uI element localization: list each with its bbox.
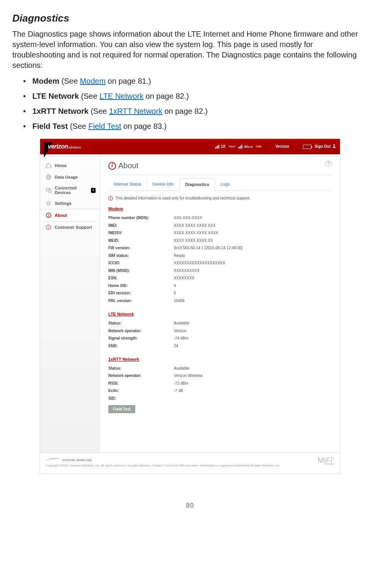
kv-row: Status:Available <box>108 319 331 327</box>
device-count-badge: 1 <box>91 188 96 193</box>
kv-row: ICCID:XXXXXXXXXXXXXXXXXXXX <box>108 259 331 267</box>
list-bold: Field Test <box>32 122 68 130</box>
signal-bars-icon <box>215 145 219 149</box>
kv-row: RSSI:-72 dBm <box>108 380 331 387</box>
tab-device-info[interactable]: Device Info <box>147 178 180 191</box>
xref-link[interactable]: Field Test <box>88 122 121 130</box>
svg-line-12 <box>50 201 51 202</box>
main-area: Home Data Usage Connected Devices 1 Sett… <box>40 154 340 453</box>
tabs: Internet Status Device Info Diagnostics … <box>108 178 331 191</box>
rtt-section: 1xRTT Network Status:AvailableNetwork op… <box>108 357 331 402</box>
section-heading-rtt: 1xRTT Network <box>108 357 331 362</box>
footer: NOVATEL WIRELESS. Copyright ©2015. Novat… <box>40 453 340 473</box>
sidebar-item-about[interactable]: i About <box>40 209 99 221</box>
footer-copy: Copyright ©2015. Novatel Wireless, Inc. … <box>45 464 280 468</box>
kv-row: Signal strength:-74 dBm <box>108 335 331 342</box>
tab-diagnostics[interactable]: Diagnostics <box>180 178 215 191</box>
xref-link[interactable]: Modem <box>80 77 106 85</box>
kv-key: MIN (MSID): <box>108 268 174 274</box>
kv-value: 5 <box>174 291 176 296</box>
sign-out-link[interactable]: Sign Out <box>314 144 336 149</box>
field-test-button[interactable]: Field Test <box>108 405 135 413</box>
home-icon <box>45 162 52 169</box>
logo-sub: wireless <box>69 145 81 150</box>
xref-link[interactable]: 1xRTT Network <box>109 107 162 115</box>
sidebar-item-label: About <box>55 213 67 218</box>
mifi-logo: MiFi® Powered <box>318 457 335 465</box>
info-icon: i <box>108 196 113 201</box>
kv-key: Network operator: <box>108 373 174 378</box>
globe-icon <box>45 174 52 180</box>
kv-value: XXXXXXXXXX <box>174 268 200 274</box>
lte-section: LTE Network Status:AvailableNetwork oper… <box>108 311 331 350</box>
modem-section: Modem Phone number (MDN):XXX-XXX-XXXXIME… <box>108 206 331 304</box>
svg-line-9 <box>47 201 47 202</box>
kv-key: MEID: <box>108 238 174 243</box>
sidebar-item-label: Connected Devices <box>55 186 88 195</box>
section-list: Modem (See Modem on page 81.) LTE Networ… <box>12 76 368 132</box>
sidebar: Home Data Usage Connected Devices 1 Sett… <box>40 154 100 453</box>
kv-key: Status: <box>108 321 174 326</box>
kv-key: Home SID: <box>108 283 174 289</box>
data-signal: 4GLTE <box>238 144 253 149</box>
kv-key: SID: <box>108 396 174 401</box>
kv-row: SNR:24 <box>108 342 331 350</box>
kv-row: Phone number (MDN):XXX-XXX-XXXX <box>108 214 331 222</box>
list-mid: (See <box>59 77 80 85</box>
list-mid: (See <box>79 92 99 100</box>
sidebar-item-home[interactable]: Home <box>40 160 99 171</box>
kv-key: Phone number (MDN): <box>108 215 174 221</box>
kv-value: XXXX XXXX XXXX XXXX <box>174 230 218 236</box>
svg-line-11 <box>47 205 47 206</box>
tab-internet-status[interactable]: Internet Status <box>108 178 147 191</box>
kv-value: XXX-XXX-XXXX <box>174 215 202 221</box>
net-tag: 4GLTE <box>244 144 253 149</box>
person-icon <box>332 144 336 149</box>
kv-row: Ec/Io:-7 dB <box>108 387 331 395</box>
content-pane: ? i About Internet Status Device Info Di… <box>100 154 340 453</box>
xref-link[interactable]: LTE Network <box>99 92 143 100</box>
kv-key: SIM status: <box>108 253 174 259</box>
sidebar-item-customer-support[interactable]: ? Customer Support <box>40 221 99 233</box>
kv-row: MEID:XXXX XXXX XXXX XX <box>108 237 331 245</box>
footer-left: NOVATEL WIRELESS. Copyright ©2015. Novat… <box>45 457 280 468</box>
section-heading-lte: LTE Network <box>108 311 331 317</box>
kv-value: Ready <box>174 253 185 259</box>
list-tail: on page 83.) <box>121 122 166 130</box>
sidebar-item-settings[interactable]: Settings <box>40 198 99 209</box>
gear-icon <box>45 200 52 206</box>
data-label: Data <box>256 145 262 148</box>
page-title: i About <box>108 159 331 175</box>
list-item: Field Test (See Field Test on page 83.) <box>32 121 368 132</box>
list-tail: on page 82.) <box>162 107 208 115</box>
help-icon: ? <box>45 224 52 230</box>
logo-main: verizon <box>48 142 68 151</box>
kv-row: Network operator:Verizon <box>108 327 331 335</box>
kv-key: PRL version: <box>108 298 174 304</box>
kv-value: XXXXXXXXXXXXXXXXXXXX <box>174 260 225 266</box>
kv-key: SNR: <box>108 343 174 349</box>
registered-icon: ® <box>332 458 335 461</box>
kv-key: RSSI: <box>108 381 174 386</box>
svg-point-0 <box>333 144 335 146</box>
kv-row: ESN:XXXXXXXX <box>108 274 331 282</box>
battery-icon <box>303 145 311 149</box>
kv-row: IMEI:XXXX XXXX XXXX XXX <box>108 222 331 230</box>
kv-key: IMEI: <box>108 223 174 228</box>
kv-row: PRL version:15406 <box>108 297 331 305</box>
verizon-logo: verizonwireless <box>44 142 106 151</box>
sidebar-item-data-usage[interactable]: Data Usage <box>40 171 99 183</box>
kv-value: -74 dBm <box>174 336 188 341</box>
kv-value: 9x15TAS-50.14 1 [2015-08-14 12:49:30] <box>174 245 242 251</box>
help-button[interactable]: ? <box>325 161 331 167</box>
devices-icon <box>45 187 52 193</box>
footer-brand: NOVATEL WIRELESS. <box>62 458 92 462</box>
carrier-label: Verizon <box>276 144 289 149</box>
sidebar-item-connected-devices[interactable]: Connected Devices 1 <box>40 183 99 198</box>
list-mid: (See <box>89 107 109 115</box>
kv-key: Status: <box>108 366 174 371</box>
kv-value: XXXXXXXX <box>174 275 194 281</box>
kv-key: FW version: <box>108 245 174 251</box>
tab-logs[interactable]: Logs <box>215 178 235 191</box>
section-heading-modem: Modem <box>108 206 331 212</box>
